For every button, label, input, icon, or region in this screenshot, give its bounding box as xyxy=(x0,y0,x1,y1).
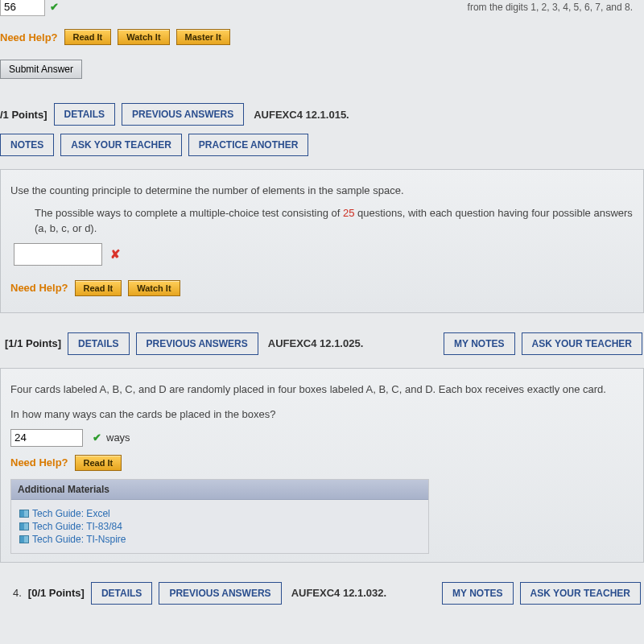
read-it-button[interactable]: Read It xyxy=(64,29,112,45)
read-it-button[interactable]: Read It xyxy=(75,455,122,471)
q2-prompt-1: Use the counting principle to determine … xyxy=(10,183,634,199)
submit-answer-button[interactable]: Submit Answer xyxy=(0,60,82,79)
points-q3: [1/1 Points] xyxy=(5,337,61,349)
answer-input-q2[interactable] xyxy=(14,243,102,266)
details-button[interactable]: DETAILS xyxy=(68,332,129,355)
need-help-label: Need Help? xyxy=(0,31,58,43)
points-q2: /1 Points] xyxy=(0,109,47,121)
tech-guide-ti8384[interactable]: Tech Guide: TI-83/84 xyxy=(19,521,420,532)
question-code: AUFEXC4 12.1.032. xyxy=(291,587,387,599)
ask-teacher-button[interactable]: ASK YOUR TEACHER xyxy=(520,582,641,605)
previous-answers-button[interactable]: PREVIOUS ANSWERS xyxy=(159,582,281,605)
need-help-label: Need Help? xyxy=(10,282,68,294)
my-notes-button[interactable]: MY NOTES xyxy=(442,582,513,605)
check-icon: ✔ xyxy=(50,1,59,13)
previous-answers-button[interactable]: PREVIOUS ANSWERS xyxy=(122,103,244,126)
my-notes-button[interactable]: MY NOTES xyxy=(444,332,514,355)
practice-another-button[interactable]: PRACTICE ANOTHER xyxy=(188,134,309,156)
tech-guide-tinspire[interactable]: Tech Guide: TI-Nspire xyxy=(19,534,420,545)
points-q4: [0/1 Points] xyxy=(28,587,85,599)
q4-number: 4. xyxy=(13,587,22,599)
answer-input-q1[interactable] xyxy=(0,0,45,16)
answer-input-q3[interactable] xyxy=(10,429,83,447)
q3-prompt-2: In how many ways can the cards be placed… xyxy=(10,407,634,423)
book-icon xyxy=(19,510,29,518)
cross-icon: ✘ xyxy=(110,247,121,262)
book-icon xyxy=(19,535,29,543)
ask-teacher-button[interactable]: ASK YOUR TEACHER xyxy=(60,134,181,156)
need-help-label: Need Help? xyxy=(10,456,68,469)
master-it-button[interactable]: Master It xyxy=(176,29,230,45)
additional-materials: Additional Materials Tech Guide: Excel T… xyxy=(10,479,429,554)
ways-label: ways xyxy=(106,431,130,444)
previous-answers-button[interactable]: PREVIOUS ANSWERS xyxy=(136,332,258,355)
check-icon: ✔ xyxy=(93,431,101,444)
question-code: AUFEXC4 12.1.025. xyxy=(268,337,364,349)
question-2-body: Use the counting principle to determine … xyxy=(0,169,644,313)
q3-prompt-1: Four cards labeled A, B, C, and D are ra… xyxy=(10,382,634,398)
book-icon xyxy=(19,522,29,530)
additional-materials-header: Additional Materials xyxy=(11,480,428,500)
details-button[interactable]: DETAILS xyxy=(54,103,115,126)
question-code: AUFEXC4 12.1.015. xyxy=(254,109,349,121)
ask-teacher-button[interactable]: ASK YOUR TEACHER xyxy=(522,332,642,355)
tech-guide-excel[interactable]: Tech Guide: Excel xyxy=(19,508,420,519)
q2-prompt-2: The possible ways to complete a multiple… xyxy=(35,205,634,237)
watch-it-button[interactable]: Watch It xyxy=(128,280,180,296)
question-3-body: Four cards labeled A, B, C, and D are ra… xyxy=(0,368,644,563)
watch-it-button[interactable]: Watch It xyxy=(118,29,169,45)
read-it-button[interactable]: Read It xyxy=(75,280,122,296)
notes-button[interactable]: NOTES xyxy=(0,134,54,156)
details-button[interactable]: DETAILS xyxy=(91,582,152,605)
